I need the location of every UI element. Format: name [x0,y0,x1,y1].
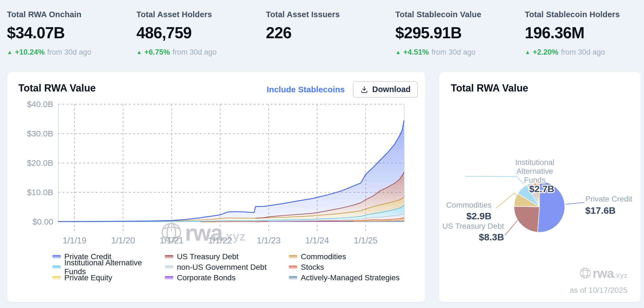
stat-total-stablecoin-holders: Total Stablecoin Holders 196.36M ▲ +2.20… [525,10,644,57]
legend-swatch-icon [52,266,61,269]
include-stablecoins-link[interactable]: Include Stablecoins [267,85,345,94]
y-axis-tick-label: $10.0B [27,188,53,197]
stat-value: 196.36M [525,25,644,41]
legend-item: non-US Government Debt [165,262,289,273]
delta-percent: +4.51% [403,48,429,57]
stat-delta: ▲ +4.51% from 30d ago [395,48,525,57]
stat-delta: ▲ +2.20% from 30d ago [525,48,644,57]
x-axis-tick-label: 1/1/20 [111,236,135,245]
total-rwa-value-pie-chart[interactable]: Private Credit$17.6BUS Treasury Debt$8.3… [439,72,641,302]
legend-item: Actively-Managed Strategies [289,273,399,283]
delta-suffix: from 30d ago [47,48,91,57]
pie-slice-label: Private Credit [585,195,632,203]
x-axis-tick-label: 1/1/24 [305,236,329,245]
us-treasury-debt-slice[interactable] [514,206,539,232]
stat-label: Total Stablecoin Value [395,10,525,19]
card-title: Total RWA Value [18,82,96,94]
download-button[interactable]: Download [353,81,418,98]
chart-legend: Private CreditInstitutional Alternative … [52,251,399,283]
legend-swatch-icon [289,276,297,280]
pie-slice-label: US Treasury Debt [442,222,504,230]
delta-suffix: from 30d ago [172,48,217,57]
stat-total-asset-issuers: Total Asset Issuers 226 ▲ [266,10,395,57]
y-axis-tick-label: $0.00 [32,217,53,226]
legend-label: Corporate Bonds [177,273,236,282]
up-triangle-icon: ▲ [136,49,142,55]
stat-value: $295.91B [395,25,525,41]
legend-label: Private Equity [64,273,112,282]
chart-header-actions: Include Stablecoins Download [267,81,418,98]
stat-label: Total Stablecoin Holders [525,10,644,19]
legend-item: Stocks [289,262,399,273]
pie-slice-label: Commodities [446,201,492,209]
x-axis-tick-label: 1/1/25 [354,236,378,245]
legend-item: Institutional Alternative Funds [52,262,165,273]
card-title: Total RWA Value [451,82,528,94]
delta-suffix: from 30d ago [561,48,605,57]
legend-item: US Treasury Debt [165,251,289,262]
legend-label: Commodities [301,252,346,261]
pie-slice-label: Funds [524,176,546,184]
legend-item: Corporate Bonds [165,273,289,283]
stat-value: 226 [266,25,395,41]
legend-swatch-icon [165,276,173,280]
legend-item: Commodities [289,251,399,262]
x-axis-tick-label: 1/1/19 [63,236,86,245]
stat-total-stablecoin-value: Total Stablecoin Value $295.91B ▲ +4.51%… [395,10,525,57]
total-rwa-value-chart-card: Total RWA Value Include Stablecoins Down… [7,72,425,302]
legend-swatch-icon [52,255,61,259]
stat-value: 486,759 [136,25,266,41]
legend-swatch-icon [289,266,297,269]
total-rwa-value-pie-card: Total RWA Value Private Credit$17.6BUS T… [439,72,641,302]
legend-swatch-icon [52,276,61,280]
legend-swatch-icon [165,255,173,259]
pie-slice-value: $17.6B [585,205,616,216]
stat-total-rwa-onchain: Total RWA Onchain $34.07B ▲ +10.24% from… [7,10,136,57]
legend-swatch-icon [165,266,173,269]
stat-label: Total Asset Issuers [266,10,395,19]
y-axis-tick-label: $30.0B [27,129,53,138]
up-triangle-icon: ▲ [395,49,401,55]
y-axis-tick-label: $20.0B [27,158,53,167]
legend-swatch-icon [289,255,297,259]
legend-item: Private Equity [52,273,165,283]
pie-slice-label: Institutional [515,158,554,167]
delta-percent: +6.75% [144,48,170,57]
x-axis-tick-label: 1/1/23 [257,236,281,245]
legend-label: Stocks [301,263,324,272]
stat-label: Total RWA Onchain [7,10,136,19]
legend-label: non-US Government Debt [177,263,267,272]
stat-total-asset-holders: Total Asset Holders 486,759 ▲ +6.75% fro… [136,10,266,57]
x-axis-tick-label: 1/1/21 [160,236,184,245]
stat-delta: ▲ +6.75% from 30d ago [136,48,266,57]
download-icon [360,85,368,94]
download-label: Download [372,85,411,94]
pie-slice-value: $8.3B [479,232,504,242]
x-axis-tick-label: 1/1/22 [208,236,232,245]
delta-percent: +10.24% [15,48,45,57]
y-axis-tick-label: $40.0B [27,100,53,109]
stats-row: Total RWA Onchain $34.07B ▲ +10.24% from… [7,10,644,57]
legend-label: US Treasury Debt [177,252,239,261]
pie-slice-value: $2.9B [466,211,492,221]
stat-delta: ▲ +10.24% from 30d ago [7,48,136,57]
up-triangle-icon: ▲ [525,49,530,55]
legend-label: Actively-Managed Strategies [301,273,399,282]
stat-value: $34.07B [7,25,136,41]
delta-percent: +2.20% [533,48,558,57]
pie-slice-label: Alternative [516,167,553,175]
delta-suffix: from 30d ago [431,48,475,57]
up-triangle-icon: ▲ [7,49,12,55]
pie-slice-value: $2.7B [529,184,554,194]
stat-label: Total Asset Holders [136,10,266,19]
